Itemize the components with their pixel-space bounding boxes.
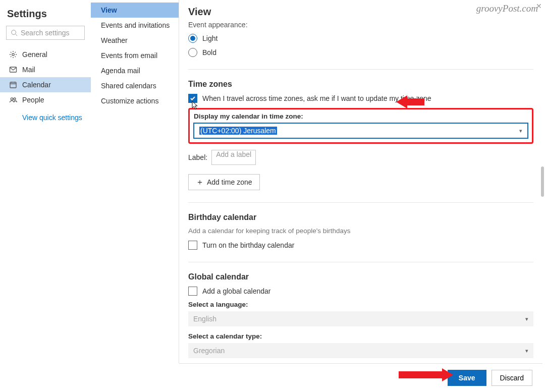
chevron-down-icon: ▾	[525, 316, 528, 322]
nav-label: People	[22, 96, 44, 104]
nav-label: Mail	[22, 66, 35, 74]
radio-light[interactable]	[188, 34, 197, 43]
save-button[interactable]: Save	[448, 370, 486, 386]
tab-shared-calendars[interactable]: Shared calendars	[91, 78, 179, 93]
tab-agenda-mail[interactable]: Agenda mail	[91, 63, 179, 78]
plus-icon: ＋	[196, 178, 204, 186]
mail-icon	[9, 66, 17, 74]
nav-label: Calendar	[22, 81, 51, 89]
checkbox-birthday-label: Turn on the birthday calendar	[202, 241, 294, 249]
tab-events-from-email[interactable]: Events from email	[91, 48, 179, 63]
nav-label: General	[22, 50, 47, 59]
search-icon	[11, 29, 18, 36]
svg-point-0	[12, 30, 16, 35]
tab-view[interactable]: View	[91, 3, 179, 18]
nav-item-general[interactable]: General	[0, 47, 91, 62]
scrollbar-thumb[interactable]	[541, 166, 544, 197]
watermark: groovyPost.com	[476, 3, 538, 14]
tab-weather[interactable]: Weather	[91, 33, 179, 48]
nav-item-calendar[interactable]: Calendar	[0, 77, 91, 92]
global-language-value: English	[193, 315, 216, 323]
gear-icon	[9, 50, 17, 59]
global-language-label: Select a language:	[188, 301, 533, 308]
svg-point-6	[14, 98, 16, 100]
nav-item-people[interactable]: People	[0, 92, 91, 107]
search-placeholder: Search settings	[21, 29, 70, 37]
section-birthday: Birthday calendar	[188, 213, 533, 222]
section-timezones: Time zones	[188, 80, 533, 89]
timezone-select[interactable]: (UTC+02:00) Jerusalem ▾	[194, 123, 528, 138]
global-type-value: Gregorian	[193, 347, 225, 355]
checkbox-travel-timezone[interactable]	[188, 94, 197, 103]
svg-rect-4	[10, 82, 16, 88]
discard-button[interactable]: Discard	[492, 370, 532, 386]
tz-label-input[interactable]: Add a label	[211, 150, 256, 165]
timezone-value: (UTC+02:00) Jerusalem	[199, 127, 277, 135]
search-input[interactable]: Search settings	[6, 26, 85, 40]
nav-item-mail[interactable]: Mail	[0, 62, 91, 77]
global-language-select: English ▾	[188, 311, 533, 326]
display-tz-label: Display my calendar in time zone:	[194, 113, 528, 120]
event-appearance-heading: Event appearance:	[188, 21, 533, 29]
add-timezone-button[interactable]: ＋ Add time zone	[188, 174, 260, 190]
checkbox-global[interactable]	[188, 287, 197, 296]
calendar-icon	[9, 81, 17, 89]
tab-events-invitations[interactable]: Events and invitations	[91, 18, 179, 33]
tab-customize-actions[interactable]: Customize actions	[91, 93, 179, 108]
svg-point-2	[12, 53, 14, 55]
tz-label-label: Label:	[188, 153, 207, 161]
checkbox-birthday[interactable]	[188, 241, 197, 250]
global-type-select: Gregorian ▾	[188, 343, 533, 358]
people-icon	[9, 96, 17, 104]
chevron-down-icon: ▾	[519, 128, 522, 134]
birthday-desc: Add a calendar for keeping track of peop…	[188, 227, 533, 235]
tz-label-placeholder: Add a label	[216, 150, 251, 158]
highlight-box-timezone: Display my calendar in time zone: (UTC+0…	[188, 108, 533, 144]
global-type-label: Select a calendar type:	[188, 332, 533, 340]
add-timezone-label: Add time zone	[207, 178, 252, 186]
radio-bold[interactable]	[188, 48, 197, 57]
settings-title: Settings	[0, 5, 91, 26]
chevron-down-icon: ▾	[525, 348, 528, 354]
svg-line-1	[16, 34, 18, 36]
checkbox-travel-label: When I travel across time zones, ask me …	[202, 94, 431, 102]
check-icon	[190, 95, 196, 101]
checkbox-global-label: Add a global calendar	[202, 287, 270, 295]
view-quick-settings-link[interactable]: View quick settings	[0, 114, 91, 122]
svg-point-5	[11, 98, 13, 100]
radio-bold-label: Bold	[202, 48, 216, 57]
section-global: Global calendar	[188, 272, 533, 282]
radio-light-label: Light	[202, 34, 217, 42]
